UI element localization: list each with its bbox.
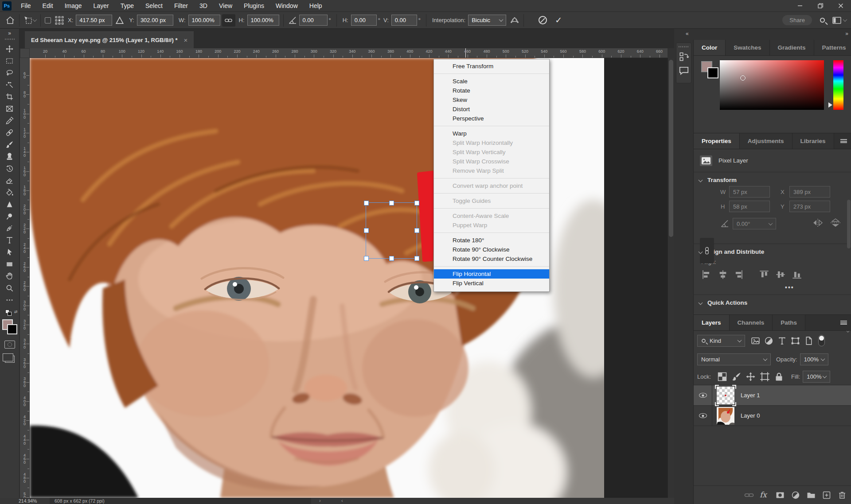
hue-slider-arrow[interactable] [828, 102, 832, 108]
marquee-tool[interactable] [2, 55, 17, 67]
layer-visibility-toggle[interactable] [694, 406, 712, 426]
interpolation-select[interactable]: Bicubic [468, 15, 506, 26]
transform-handle[interactable] [414, 256, 419, 261]
commit-transform-button[interactable]: ✓ [555, 15, 562, 25]
layer-thumbnail[interactable] [717, 387, 734, 404]
share-button[interactable]: Share [782, 15, 812, 25]
type-tool[interactable] [2, 234, 17, 246]
link-layers-icon[interactable] [744, 490, 754, 500]
color-tab-gradients[interactable]: Gradients [770, 40, 814, 55]
horizontal-ruler[interactable]: 2040608010012014016018020022024026028030… [30, 48, 668, 58]
layers-tab-channels[interactable]: Channels [730, 315, 773, 330]
history-brush-tool[interactable] [2, 163, 17, 174]
w-field[interactable]: 57 px [729, 186, 770, 198]
transform-handle[interactable] [389, 201, 394, 205]
path-selection-tool[interactable] [2, 246, 17, 258]
toolbar-grip[interactable] [5, 39, 15, 40]
layer-row-layer-0[interactable]: Layer 0 [694, 406, 851, 426]
transform-handle[interactable] [364, 256, 369, 261]
history-icon[interactable] [678, 51, 690, 62]
flip-vertical-icon[interactable] [829, 218, 842, 228]
context-menu-item-flip-horizontal[interactable]: Flip Horizontal [434, 269, 549, 279]
h-skew-input[interactable]: 0.00 [351, 15, 377, 26]
layer-name[interactable]: Layer 0 [741, 412, 760, 419]
menu-type[interactable]: Type [115, 0, 140, 12]
v-skew-input[interactable]: 0.00 [391, 15, 417, 26]
smart-filter-icon[interactable] [804, 336, 814, 346]
restore-icon[interactable] [810, 0, 831, 12]
properties-tab-properties[interactable]: Properties [694, 133, 740, 149]
transform-section-header[interactable]: Transform [694, 172, 851, 186]
status-prev-icon[interactable]: ‹ [341, 498, 343, 503]
align-hcenter-icon[interactable] [718, 270, 728, 279]
context-menu-item-perspective[interactable]: Perspective [434, 114, 549, 123]
transform-handle[interactable] [364, 228, 369, 233]
collapse-dock-left-icon[interactable]: « [686, 31, 689, 37]
layer-row-layer-1[interactable]: Layer 1 [694, 385, 851, 406]
align-vcenter-icon[interactable] [776, 270, 785, 279]
pen-tool[interactable] [2, 222, 17, 234]
delete-layer-icon[interactable] [837, 490, 847, 500]
warp-mode-icon[interactable] [510, 16, 519, 25]
vertical-scrollbar[interactable] [668, 58, 674, 498]
flip-horizontal-icon[interactable] [812, 218, 824, 228]
layer-effects-icon[interactable]: fx [760, 490, 769, 500]
blend-mode-select[interactable]: Normal [697, 353, 771, 365]
transform-handle[interactable] [414, 201, 419, 205]
new-layer-icon[interactable] [822, 490, 831, 500]
tab-close-icon[interactable]: × [184, 36, 188, 44]
zoom-tool[interactable] [2, 282, 17, 294]
transform-handle[interactable] [364, 201, 369, 205]
saturation-brightness-field[interactable] [720, 60, 824, 110]
align-left-icon[interactable] [702, 270, 711, 279]
maintain-aspect-ratio-button[interactable] [222, 14, 235, 27]
frame-tool[interactable] [2, 103, 17, 115]
align-top-icon[interactable] [759, 270, 769, 279]
context-menu-item-rotate-90-counter-clockwise[interactable]: Rotate 90° Counter Clockwise [434, 254, 549, 264]
zoom-level[interactable]: 214.94% [19, 498, 37, 504]
lasso-tool[interactable] [2, 67, 17, 79]
type-filter-icon[interactable] [777, 336, 787, 346]
comments-icon[interactable] [678, 65, 690, 77]
align-bottom-icon[interactable] [792, 270, 802, 279]
expand-toolbar-icon[interactable]: » [0, 29, 19, 36]
vertical-ruler[interactable]: 6080100120140160180200220240260280300320… [20, 58, 30, 498]
properties-tab-libraries[interactable]: Libraries [792, 133, 834, 149]
hue-slider[interactable] [833, 60, 843, 110]
dock-grip[interactable] [679, 46, 689, 47]
layer-visibility-toggle[interactable] [694, 385, 712, 405]
align-right-icon[interactable] [734, 270, 743, 279]
spot-healing-tool[interactable] [2, 127, 17, 139]
transform-bounding-box[interactable] [366, 202, 417, 259]
menu-filter[interactable]: Filter [168, 0, 194, 12]
quick-mask-icon[interactable] [4, 341, 15, 349]
adjustment-filter-icon[interactable] [764, 336, 774, 346]
hand-tool[interactable] [2, 270, 17, 282]
menu-help[interactable]: Help [304, 0, 328, 12]
menu-window[interactable]: Window [270, 0, 304, 12]
reference-point-grid-icon[interactable] [55, 16, 64, 25]
collapse-dock-right-icon[interactable]: » [845, 31, 848, 37]
workspace-switcher-icon[interactable] [832, 16, 842, 25]
menu-plugins[interactable]: Plugins [238, 0, 270, 12]
more-align-options-button[interactable]: ••• [785, 284, 794, 291]
transform-handle[interactable] [414, 228, 419, 233]
context-menu-item-warp[interactable]: Warp [434, 129, 549, 138]
home-icon[interactable] [5, 16, 15, 25]
menu-3d[interactable]: 3D [194, 0, 213, 12]
document-tab[interactable]: Ed Sheeran Lazy eye.png @ 215% (Layer 1,… [25, 31, 194, 48]
properties-panel-menu-icon[interactable] [840, 139, 847, 143]
relative-position-delta-icon[interactable] [115, 16, 125, 25]
height-input[interactable]: 100.00% [247, 15, 279, 26]
lock-transparent-icon[interactable] [717, 372, 727, 382]
y-field[interactable]: 273 px [789, 201, 830, 212]
context-menu-item-flip-vertical[interactable]: Flip Vertical [434, 279, 549, 288]
move-tool[interactable] [2, 43, 17, 55]
layer-group-icon[interactable] [806, 490, 816, 500]
rectangle-tool[interactable] [2, 258, 17, 270]
color-tab-patterns[interactable]: Patterns [814, 40, 851, 55]
default-swap-colors-icon[interactable]: ⇄ [5, 310, 14, 317]
blur-tool[interactable] [2, 198, 17, 210]
context-menu-item-scale[interactable]: Scale [434, 77, 549, 86]
menu-view[interactable]: View [213, 0, 238, 12]
